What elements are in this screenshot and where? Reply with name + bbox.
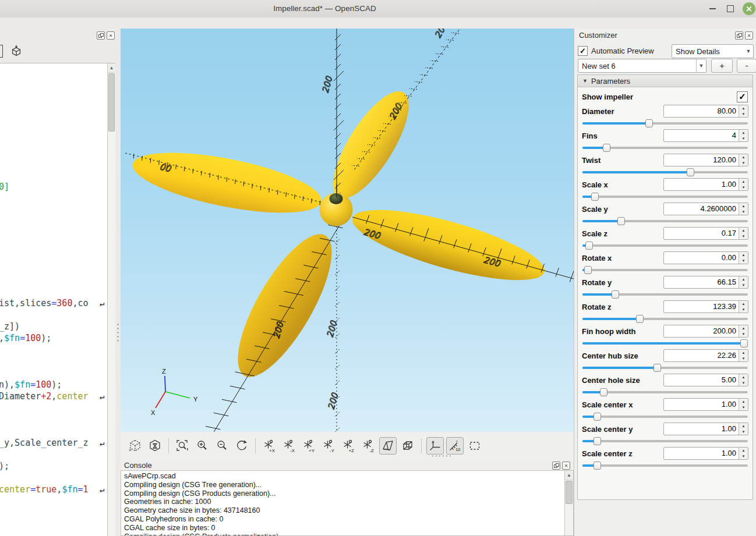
parameter-slider[interactable] bbox=[582, 436, 748, 446]
spin-up-icon[interactable]: ▲ bbox=[739, 325, 748, 331]
console-splitter-handle[interactable] bbox=[431, 455, 451, 457]
slider-handle[interactable] bbox=[584, 266, 592, 274]
show-axes-button[interactable] bbox=[426, 437, 444, 455]
spin-up-icon[interactable]: ▲ bbox=[739, 399, 748, 404]
editor-scrollbar[interactable]: ▲ bbox=[107, 63, 115, 536]
spin-up-icon[interactable]: ▲ bbox=[739, 276, 748, 282]
slider-handle[interactable] bbox=[585, 242, 593, 250]
spinner-arrows[interactable]: ▲▼ bbox=[739, 350, 748, 361]
slider-handle[interactable] bbox=[687, 168, 694, 176]
spin-up-icon[interactable]: ▲ bbox=[739, 228, 748, 233]
show-scale-markers-button[interactable]: 10 bbox=[446, 437, 464, 455]
spin-up-icon[interactable]: ▲ bbox=[739, 252, 748, 258]
render-preview-button[interactable]: » bbox=[126, 437, 144, 455]
spin-up-icon[interactable]: ▲ bbox=[739, 105, 748, 111]
3d-viewport[interactable]: 20020020000200200200200200 Z Y X bbox=[121, 29, 574, 432]
spin-up-icon[interactable]: ▲ bbox=[739, 423, 748, 429]
spin-down-icon[interactable]: ▼ bbox=[739, 111, 748, 117]
editor-close-icon[interactable]: ✕ bbox=[107, 31, 115, 40]
parameter-slider[interactable] bbox=[582, 460, 748, 471]
view-minus-z-button[interactable]: -Z bbox=[359, 437, 377, 455]
view-plus-z-button[interactable]: +Z bbox=[340, 437, 357, 455]
editor-float-icon[interactable] bbox=[97, 31, 105, 40]
parameter-spinbox[interactable]: 5.00▲▼ bbox=[663, 374, 748, 386]
spinner-arrows[interactable]: ▲▼ bbox=[739, 203, 748, 215]
spinner-arrows[interactable]: ▲▼ bbox=[739, 252, 748, 264]
slider-track[interactable] bbox=[582, 269, 748, 271]
slider-handle[interactable] bbox=[653, 364, 661, 372]
console-body[interactable]: sAwePCrp.scadCompiling design (CSG Tree … bbox=[121, 470, 574, 536]
automatic-preview-checkbox[interactable]: ✓ bbox=[578, 46, 588, 56]
editor-partial-icon[interactable] bbox=[0, 45, 3, 58]
editor-scrollbar-thumb[interactable] bbox=[108, 73, 115, 132]
spin-up-icon[interactable]: ▲ bbox=[739, 130, 748, 136]
spinner-arrows[interactable]: ▲▼ bbox=[739, 374, 748, 386]
spin-down-icon[interactable]: ▼ bbox=[739, 233, 748, 239]
view-minus-x-button[interactable]: -X bbox=[280, 437, 298, 455]
slider-track[interactable] bbox=[582, 244, 748, 247]
parameter-slider[interactable] bbox=[582, 363, 748, 373]
slider-handle[interactable] bbox=[603, 144, 610, 152]
spinner-arrows[interactable]: ▲▼ bbox=[739, 448, 748, 459]
code-editor[interactable]: 0]ist,slices=360,co↵_z]),$fn=100);n),$fn… bbox=[0, 63, 115, 536]
slider-track[interactable] bbox=[582, 440, 748, 442]
parameter-slider[interactable] bbox=[582, 216, 748, 226]
add-preset-button[interactable]: + bbox=[711, 59, 733, 73]
spinner-arrows[interactable]: ▲▼ bbox=[739, 154, 748, 166]
spin-up-icon[interactable]: ▲ bbox=[739, 203, 748, 209]
spinner-arrows[interactable]: ▲▼ bbox=[739, 179, 748, 190]
spin-up-icon[interactable]: ▲ bbox=[739, 301, 748, 307]
spin-up-icon[interactable]: ▲ bbox=[739, 179, 748, 184]
render-cube-icon[interactable] bbox=[10, 45, 23, 58]
spin-up-icon[interactable]: ▲ bbox=[739, 350, 748, 356]
parameter-spinbox[interactable]: 200.00▲▼ bbox=[663, 325, 748, 338]
parameter-spinbox[interactable]: 1.00▲▼ bbox=[663, 178, 748, 191]
console-scroll-up-icon[interactable]: ▲ bbox=[565, 471, 573, 480]
slider-track[interactable] bbox=[582, 464, 748, 467]
parameter-slider[interactable] bbox=[582, 143, 748, 153]
parameter-spinbox[interactable]: 0.17▲▼ bbox=[663, 227, 748, 240]
spinner-arrows[interactable]: ▲▼ bbox=[739, 105, 748, 117]
parameter-slider[interactable] bbox=[582, 411, 748, 422]
spinner-arrows[interactable]: ▲▼ bbox=[739, 423, 748, 435]
spin-down-icon[interactable]: ▼ bbox=[739, 160, 748, 166]
parameter-spinbox[interactable]: 1.00▲▼ bbox=[663, 447, 748, 460]
reset-view-button[interactable] bbox=[233, 437, 250, 455]
parameter-spinbox[interactable]: 120.00▲▼ bbox=[663, 154, 748, 166]
view-all-button[interactable] bbox=[466, 437, 483, 455]
spin-up-icon[interactable]: ▲ bbox=[739, 154, 748, 160]
console-close-icon[interactable]: ✕ bbox=[562, 462, 570, 470]
customizer-float-icon[interactable] bbox=[735, 31, 743, 40]
parameter-spinbox[interactable]: 22.26▲▼ bbox=[663, 349, 748, 362]
parameter-checkbox[interactable]: ✓ bbox=[737, 91, 748, 102]
view-plus-x-button[interactable]: +X bbox=[260, 437, 278, 455]
slider-handle[interactable] bbox=[594, 462, 601, 470]
minimize-icon[interactable] bbox=[705, 0, 720, 17]
spin-down-icon[interactable]: ▼ bbox=[739, 331, 748, 337]
spin-up-icon[interactable]: ▲ bbox=[739, 448, 748, 453]
slider-track[interactable] bbox=[582, 416, 748, 418]
view-minus-y-button[interactable]: -Y bbox=[320, 437, 337, 455]
parameter-slider[interactable] bbox=[582, 118, 748, 129]
parameter-spinbox[interactable]: 4.2600000▲▼ bbox=[663, 203, 748, 215]
console-scrollbar-thumb[interactable] bbox=[566, 481, 573, 504]
zoom-out-button[interactable] bbox=[213, 437, 231, 455]
spin-down-icon[interactable]: ▼ bbox=[739, 136, 748, 141]
spin-down-icon[interactable]: ▼ bbox=[739, 453, 748, 459]
parameter-spinbox[interactable]: 80.00▲▼ bbox=[663, 105, 748, 118]
parameter-slider[interactable] bbox=[582, 265, 748, 275]
parameter-spinbox[interactable]: 123.39▲▼ bbox=[663, 300, 748, 313]
parameter-spinbox[interactable]: 1.00▲▼ bbox=[663, 423, 748, 435]
remove-preset-button[interactable]: - bbox=[737, 59, 756, 73]
orthogonal-button[interactable] bbox=[399, 437, 416, 455]
spin-down-icon[interactable]: ▼ bbox=[739, 282, 748, 288]
console-float-icon[interactable] bbox=[552, 462, 560, 470]
spinner-arrows[interactable]: ▲▼ bbox=[739, 399, 748, 410]
slider-handle[interactable] bbox=[591, 193, 599, 201]
slider-handle[interactable] bbox=[740, 339, 748, 347]
spinner-arrows[interactable]: ▲▼ bbox=[739, 276, 748, 288]
console-scrollbar[interactable]: ▲ bbox=[564, 471, 573, 535]
spin-down-icon[interactable]: ▼ bbox=[739, 429, 748, 435]
close-icon[interactable]: ✕ bbox=[743, 2, 755, 15]
spin-down-icon[interactable]: ▼ bbox=[739, 356, 748, 361]
